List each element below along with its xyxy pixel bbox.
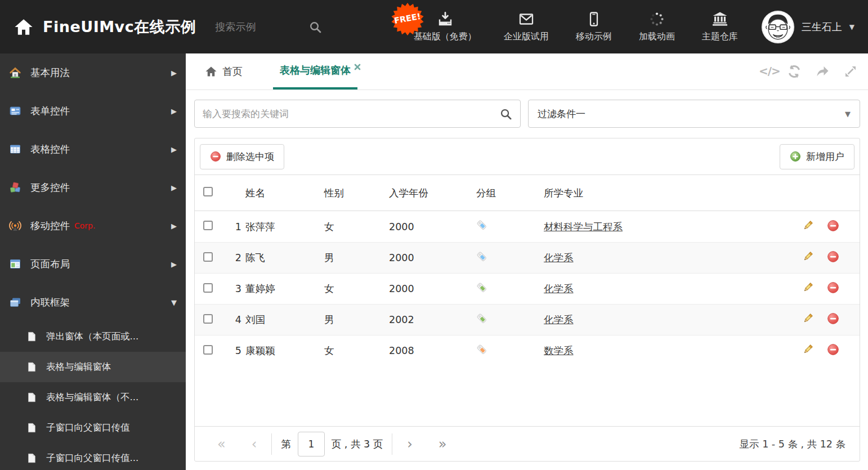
page-suffix: 页 , 共 3 页 (332, 437, 383, 451)
sidebar-item-suffix: Corp. (74, 221, 95, 230)
table-row: 2 陈飞 男 2000 化学系 (195, 242, 860, 273)
layout-icon (9, 258, 21, 270)
cubes-icon (9, 181, 21, 194)
close-icon[interactable] (354, 61, 361, 68)
sidebar-item[interactable]: 移动控件 Corp. ▶ (0, 207, 186, 245)
cell-name: 董婷婷 (245, 282, 324, 296)
sidebar-item[interactable]: 表单控件 ▶ (0, 92, 186, 130)
search-icon[interactable] (499, 108, 512, 120)
header-nav-item[interactable]: 主题仓库 (702, 11, 738, 43)
page-icon (26, 361, 37, 373)
header-nav-item[interactable]: 企业版试用 (504, 11, 549, 43)
row-checkbox[interactable] (203, 314, 213, 324)
chevron-icon: ▶ (171, 183, 177, 192)
add-user-button[interactable]: 新增用户 (780, 144, 854, 169)
major-link[interactable]: 材料科学与工程系 (544, 221, 623, 232)
header-nav: 基础版（免费） FREE! 企业版试用 移动示例 加载动画 主题仓库 (414, 11, 738, 43)
edit-pencil-icon[interactable] (802, 312, 814, 325)
header-nav-item[interactable]: 基础版（免费） FREE! (414, 11, 477, 43)
app-header: FineUIMvc在线示例 基础版（免费） FREE! 企业版试用 移动示例 加… (0, 0, 868, 53)
sidebar-item[interactable]: 基本用法 ▶ (0, 53, 186, 92)
row-checkbox[interactable] (203, 283, 213, 293)
sidebar-item[interactable]: 更多控件 ▶ (0, 168, 186, 207)
search-icon[interactable] (308, 20, 322, 34)
prev-page-button[interactable]: ‹ (246, 437, 263, 451)
header-nav-item[interactable]: 移动示例 (576, 11, 612, 43)
sidebar-subitem[interactable]: 子窗口向父窗口传值 (0, 413, 186, 443)
tab-grid-edit-window[interactable]: 表格与编辑窗体 (273, 53, 357, 89)
last-page-button[interactable]: » (433, 437, 453, 451)
filter-dropdown[interactable]: 过滤条件一 ▼ (528, 100, 860, 128)
delete-icon[interactable] (827, 220, 839, 232)
header-search-input[interactable] (215, 21, 305, 33)
chevron-icon: ▶ (171, 145, 177, 154)
sidebar-subitem[interactable]: 表格与编辑窗体 (0, 352, 186, 382)
grid-panel: 删除选中项 新增用户 姓名 性别 入学年份 分组 所学专业 (194, 138, 860, 462)
user-name: 三生石上 (802, 20, 842, 34)
major-link[interactable]: 化学系 (544, 314, 574, 325)
plus-circle-icon (790, 151, 801, 162)
cell-name: 张萍萍 (245, 220, 324, 234)
page-icon (26, 392, 37, 403)
delete-icon[interactable] (827, 312, 839, 325)
refresh-icon[interactable] (787, 64, 802, 79)
bank-icon (712, 11, 728, 28)
col-gender[interactable]: 性别 (324, 186, 389, 200)
row-checkbox[interactable] (203, 345, 213, 355)
sidebar-subitem-label: 表格与编辑窗体 (46, 361, 111, 373)
delete-icon[interactable] (827, 281, 839, 294)
table-row: 5 康颖颖 女 2008 数学系 (195, 335, 860, 366)
page-icon (26, 422, 37, 433)
col-group[interactable]: 分组 (476, 186, 544, 200)
sidebar-subitem[interactable]: 弹出窗体（本页面或... (0, 321, 186, 352)
keyword-search-input[interactable] (203, 108, 499, 119)
brand[interactable]: FineUIMvc在线示例 (14, 17, 196, 37)
col-year[interactable]: 入学年份 (389, 186, 476, 200)
delete-icon[interactable] (827, 250, 839, 263)
next-page-button[interactable]: › (401, 437, 418, 451)
col-major[interactable]: 所学专业 (544, 186, 802, 200)
delete-icon[interactable] (827, 343, 839, 356)
edit-pencil-icon[interactable] (802, 220, 814, 232)
header-search (215, 20, 322, 34)
edit-pencil-icon[interactable] (802, 250, 814, 263)
table-row: 3 董婷婷 女 2000 化学系 (195, 273, 860, 304)
row-checkbox[interactable] (203, 252, 213, 262)
sidebar-item[interactable]: 内联框架 ▼ (0, 283, 186, 321)
sidebar-subitem[interactable]: 子窗口向父窗口传值... (0, 443, 186, 470)
sidebar-item-label: 移动控件 (30, 219, 70, 232)
cell-gender: 男 (324, 251, 389, 265)
mobile-phone-icon (585, 11, 602, 28)
chevron-icon: ▶ (171, 260, 177, 268)
header-nav-item[interactable]: 加载动画 (639, 11, 675, 43)
sidebar-subitem[interactable]: 表格与编辑窗体（不... (0, 382, 186, 413)
select-all-checkbox[interactable] (203, 187, 213, 196)
page-icon (26, 331, 37, 342)
cell-gender: 女 (324, 282, 389, 296)
cell-year: 2000 (389, 283, 476, 294)
first-page-button[interactable]: « (212, 437, 231, 451)
sidebar-item[interactable]: 表格控件 ▶ (0, 130, 186, 168)
avatar (762, 11, 794, 43)
code-icon[interactable]: </> (759, 64, 773, 79)
major-link[interactable]: 化学系 (544, 283, 574, 294)
share-icon[interactable] (815, 64, 830, 79)
delete-selected-button[interactable]: 删除选中项 (200, 144, 284, 169)
edit-pencil-icon[interactable] (802, 281, 814, 294)
sidebar-item[interactable]: 页面布局 ▶ (0, 245, 186, 283)
row-checkbox[interactable] (203, 221, 213, 230)
download-icon (437, 11, 454, 28)
pagination-bar: « ‹ 第 页 , 共 3 页 › » 显示 1 - 5 条 , 共 12 条 (195, 426, 860, 461)
edit-pencil-icon[interactable] (802, 343, 814, 356)
col-name[interactable]: 姓名 (245, 186, 324, 200)
tab-home[interactable]: 首页 (198, 53, 249, 89)
tag-icon (476, 344, 488, 356)
frames-icon (9, 296, 21, 308)
major-link[interactable]: 数学系 (544, 345, 574, 356)
user-menu[interactable]: 三生石上 ▼ (762, 11, 854, 43)
expand-icon[interactable] (843, 64, 858, 79)
sidebar-item-label: 页面布局 (30, 257, 70, 271)
major-link[interactable]: 化学系 (544, 252, 574, 263)
page-number-input[interactable] (298, 432, 325, 456)
sidebar-subitem-label: 子窗口向父窗口传值... (46, 452, 138, 464)
